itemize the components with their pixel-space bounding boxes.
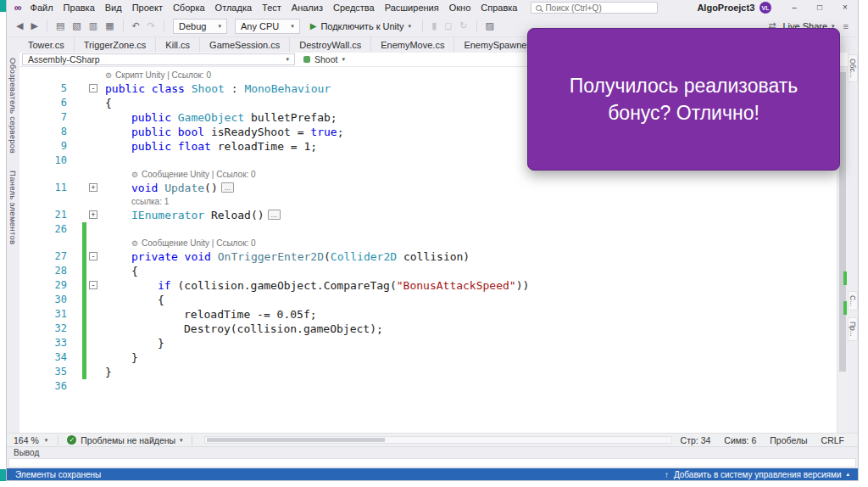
attach-to-unity-button[interactable]: ▶ Подключить к Unity ▾ (305, 21, 416, 31)
left-tool-tab[interactable]: Панель элементов (8, 171, 18, 244)
code-line[interactable]: 11+void Update()... (19, 181, 837, 195)
code-token: Update (164, 182, 204, 194)
menu-item[interactable]: Проект (127, 3, 168, 13)
vertical-scrollbar-thumb[interactable] (839, 72, 846, 372)
code-text (100, 222, 105, 237)
find-in-files-icon[interactable]: ▨ (483, 20, 497, 31)
fold-gutter: + (88, 181, 100, 195)
source-control-button[interactable]: ↑ Добавить в систему управления версиями… (665, 470, 858, 479)
feedback-icon[interactable]: ≡ (841, 21, 851, 31)
platform-dropdown[interactable]: Any CPU ▾ (235, 19, 300, 34)
code-line[interactable]: 21+IEnumerator Reload()... (19, 208, 837, 222)
right-tool-tab[interactable]: Пр... (848, 317, 858, 341)
file-tab[interactable]: DestroyWall.cs (290, 37, 371, 53)
output-panel-title[interactable]: Вывод (7, 447, 858, 458)
class-symbol-icon (303, 56, 310, 63)
code-text: { (100, 96, 112, 110)
fold-collapse-icon[interactable]: - (89, 252, 97, 260)
right-tool-tab[interactable]: Обс... (848, 54, 858, 82)
code-line[interactable]: 31reloadTime -= 0.05f; (19, 307, 837, 322)
code-line[interactable]: 34} (19, 350, 837, 365)
codelens-row[interactable]: ⚙Сообщение Unity | Ссылок: 0 (19, 237, 837, 249)
eol-indicator[interactable]: CRLF (821, 435, 844, 445)
right-tool-tab[interactable]: С... (848, 291, 858, 311)
horizontal-scrollbar-thumb[interactable] (207, 438, 385, 442)
menu-item[interactable]: Вид (100, 3, 127, 13)
codelens-row[interactable]: ссылка: 1 (19, 195, 837, 208)
line-number: 26 (19, 222, 82, 237)
minimize-button[interactable]: – (782, 0, 807, 15)
navigate-forward-icon[interactable]: ▶ (28, 20, 40, 31)
line-number: 5 (19, 81, 82, 96)
navigate-back-icon[interactable]: ◀ (14, 20, 25, 31)
code-text: public bool isReadyShoot = true; (100, 125, 343, 139)
codelens-icon: ⚙ (131, 171, 138, 179)
menu-bar: ФайлПравкаВидПроектСборкаОтладкаТестАнал… (25, 3, 523, 13)
search-input[interactable] (545, 3, 653, 13)
project-dropdown[interactable]: Assembly-CSharp ▾ (22, 53, 295, 65)
type-dropdown[interactable]: Shoot ▾ (303, 54, 345, 64)
code-line[interactable]: 30{ (19, 293, 837, 307)
fold-collapse-icon[interactable]: - (89, 84, 97, 92)
code-line[interactable]: 28{ (19, 264, 837, 278)
menu-item[interactable]: Тест (257, 3, 287, 13)
code-token: IEnumerator (131, 209, 204, 221)
zoom-dropdown[interactable]: 164 % ▾ (14, 435, 54, 445)
undo-icon[interactable]: ↶ (130, 20, 142, 31)
line-number: 29 (19, 278, 82, 293)
account-avatar[interactable]: VL (760, 2, 771, 14)
search-box[interactable] (531, 2, 658, 14)
strip-separator (192, 435, 192, 445)
document-health-indicator[interactable]: ✓ Проблемы не найдены ▾ (62, 435, 187, 445)
menu-item[interactable]: Справка (476, 3, 522, 13)
code-token: public float (131, 140, 211, 153)
code-token: ; (337, 126, 344, 138)
menu-item[interactable]: Средства (328, 3, 380, 13)
code-line[interactable]: 26 (19, 222, 837, 237)
code-text: IEnumerator Reload()... (100, 208, 281, 222)
debug-config-dropdown[interactable]: Debug ▾ (173, 19, 227, 34)
menu-item[interactable]: Расширения (380, 3, 444, 13)
menu-item[interactable]: Окно (444, 3, 476, 13)
file-tab[interactable]: Tower.cs (19, 37, 75, 53)
restart-icon[interactable]: ↻ (457, 20, 470, 31)
code-line[interactable]: 35} (19, 365, 837, 379)
change-bar (82, 208, 86, 222)
close-button[interactable]: × (832, 0, 858, 15)
pause-icon[interactable]: ▮ (429, 20, 439, 31)
save-icon[interactable]: ▥ (86, 20, 100, 31)
file-tab[interactable]: TriggerZone.cs (75, 37, 157, 53)
change-bar (82, 379, 86, 394)
menu-item[interactable]: Отладка (210, 3, 257, 13)
maximize-button[interactable]: □ (807, 0, 832, 15)
chevron-up-icon: ▴ (846, 471, 849, 478)
new-file-icon[interactable]: ▤ (53, 20, 67, 31)
fold-expand-icon[interactable]: + (89, 210, 97, 219)
line-number: 30 (19, 293, 82, 307)
menu-item[interactable]: Файл (25, 3, 58, 13)
fold-gutter (88, 237, 100, 249)
code-line[interactable]: 33} (19, 336, 837, 350)
menu-item[interactable]: Сборка (168, 3, 210, 13)
left-tool-tab[interactable]: Обозреватель серверов (8, 58, 18, 154)
save-all-icon[interactable]: ▦ (103, 20, 116, 31)
code-line[interactable]: 32Destroy(collision.gameObject); (19, 322, 837, 336)
code-token: MonoBehaviour (244, 82, 331, 95)
code-line[interactable]: 36 (19, 379, 837, 394)
toolbar-separator (47, 20, 47, 32)
file-tab[interactable]: Kill.cs (156, 37, 200, 53)
open-file-icon[interactable]: ▧ (70, 20, 83, 31)
fold-collapse-icon[interactable]: - (89, 281, 97, 289)
file-tab[interactable]: GameSession.cs (200, 37, 290, 53)
spaces-indicator[interactable]: Пробелы (770, 435, 807, 445)
redo-icon[interactable]: ↷ (145, 20, 158, 31)
output-panel-body[interactable] (8, 458, 856, 467)
menu-item[interactable]: Анализ (287, 3, 328, 13)
code-line[interactable]: 27-private void OnTriggerEnter2D(Collide… (19, 249, 837, 264)
fold-expand-icon[interactable]: + (89, 183, 97, 192)
file-tab[interactable]: EnemyMove.cs (371, 37, 454, 53)
code-line[interactable]: 29-if (collision.gameObject.CompareTag("… (19, 278, 837, 293)
stop-icon[interactable]: ◻ (442, 20, 454, 31)
menu-item[interactable]: Правка (58, 3, 100, 13)
horizontal-scrollbar[interactable] (204, 436, 672, 444)
